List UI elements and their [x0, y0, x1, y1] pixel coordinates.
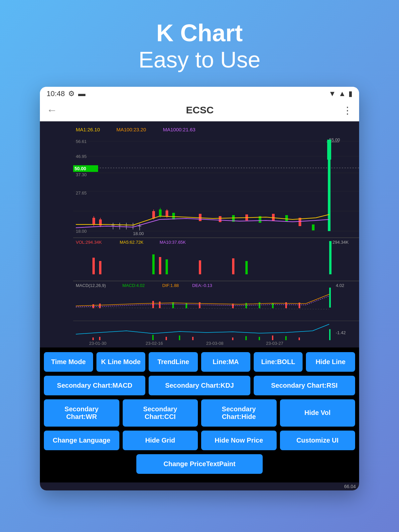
svg-text:MA5:62.72K: MA5:62.72K: [120, 240, 144, 245]
button-row-4: Change Language Hide Grid Hide Now Price…: [44, 431, 355, 450]
line-ma-button[interactable]: Line:MA: [201, 352, 250, 372]
svg-rect-21: [327, 140, 331, 160]
secondary-hide-button[interactable]: Secondary Chart:Hide: [201, 399, 277, 427]
svg-rect-92: [152, 335, 154, 340]
svg-rect-39: [285, 215, 288, 222]
k-line-mode-button[interactable]: K Line Mode: [96, 352, 146, 372]
svg-text:23-03-27: 23-03-27: [266, 341, 283, 346]
svg-text:23-03-08: 23-03-08: [206, 341, 223, 346]
svg-rect-60: [152, 254, 155, 274]
phone-frame: 10:48 ⚙ ▬ ▼ ▲ ▮ ← ECSC ⋮: [40, 87, 359, 490]
settings-icon: ⚙: [68, 89, 75, 98]
svg-rect-76: [159, 302, 161, 308]
svg-rect-62: [166, 259, 168, 274]
svg-rect-95: [192, 337, 194, 340]
svg-rect-86: [329, 288, 331, 308]
button-row-2: Secondary Chart:MACD Secondary Chart:KDJ…: [44, 376, 355, 395]
chart-area[interactable]: MA1:26.10 MA100:23.20 MA1000:21.63 56.61…: [40, 121, 359, 347]
status-left: 10:48 ⚙ ▬: [47, 89, 85, 98]
secondary-rsi-button[interactable]: Secondary Chart:RSI: [254, 376, 355, 395]
trendline-button[interactable]: TrendLine: [149, 352, 198, 372]
svg-rect-100: [285, 336, 287, 340]
svg-rect-82: [259, 302, 260, 308]
time-display: 10:48: [47, 89, 65, 98]
svg-text:MA1000:21.63: MA1000:21.63: [163, 127, 196, 132]
svg-text:23-01-30: 23-01-30: [89, 341, 106, 346]
svg-rect-101: [299, 337, 300, 340]
battery-icon: ▬: [78, 89, 85, 98]
hide-grid-button[interactable]: Hide Grid: [123, 431, 198, 450]
svg-text:4.02: 4.02: [336, 283, 344, 288]
hero-title: K Chart: [139, 20, 261, 46]
svg-text:MA10:37.65K: MA10:37.65K: [160, 240, 186, 245]
wifi-icon: ▼: [329, 89, 336, 98]
hide-vol-button[interactable]: Hide Vol: [280, 399, 355, 427]
time-mode-button[interactable]: Time Mode: [44, 352, 93, 372]
svg-rect-102: [329, 329, 331, 340]
secondary-kdj-button[interactable]: Secondary Chart:KDJ: [149, 376, 250, 395]
button-row-1: Time Mode K Line Mode TrendLine Line:MA …: [44, 352, 355, 372]
change-language-button[interactable]: Change Language: [44, 431, 119, 450]
svg-rect-66: [329, 241, 332, 274]
button-grid: Time Mode K Line Mode TrendLine Line:MA …: [40, 347, 359, 482]
svg-rect-63: [199, 260, 201, 274]
svg-rect-74: [99, 304, 101, 308]
svg-text:37.30: 37.30: [76, 172, 87, 177]
hero-subtitle: Easy to Use: [139, 46, 261, 73]
hide-now-price-button[interactable]: Hide Now Price: [201, 431, 277, 450]
svg-rect-79: [199, 302, 200, 308]
hide-line-button[interactable]: Hide Line: [306, 352, 355, 372]
secondary-cci-button[interactable]: Secondary Chart:CCI: [123, 399, 198, 427]
svg-text:46.95: 46.95: [76, 154, 87, 159]
svg-text:MACD:4.02: MACD:4.02: [122, 283, 145, 288]
svg-rect-65: [245, 261, 248, 274]
status-right: ▼ ▲ ▮: [329, 89, 352, 98]
button-row-3: Secondary Chart:WR Secondary Chart:CCI S…: [44, 399, 355, 427]
svg-text:56.61: 56.61: [76, 139, 87, 144]
svg-rect-90: [92, 337, 94, 340]
svg-rect-99: [272, 335, 273, 340]
chart-svg: MA1:26.10 MA100:23.20 MA1000:21.63 56.61…: [40, 121, 359, 347]
svg-text:294.34K: 294.34K: [332, 240, 349, 245]
change-price-text-paint-button[interactable]: Change PriceTextPaint: [136, 454, 263, 474]
svg-text:MA1:26.10: MA1:26.10: [76, 127, 100, 132]
svg-rect-91: [99, 337, 100, 340]
hero-section: K Chart Easy to Use: [139, 20, 261, 73]
svg-text:27.65: 27.65: [76, 191, 87, 196]
svg-text:50.00: 50.00: [74, 166, 86, 171]
customize-ui-button[interactable]: Customize UI: [280, 431, 355, 450]
top-nav: ← ECSC ⋮: [40, 101, 359, 121]
svg-text:VOL:294.34K: VOL:294.34K: [76, 240, 102, 245]
svg-text:DEA:-0.13: DEA:-0.13: [192, 283, 212, 288]
status-bar: 10:48 ⚙ ▬ ▼ ▲ ▮: [40, 87, 359, 101]
svg-rect-32: [172, 213, 175, 219]
svg-rect-96: [232, 337, 233, 340]
svg-rect-64: [232, 258, 234, 274]
secondary-macd-button[interactable]: Secondary Chart:MACD: [44, 376, 145, 395]
svg-rect-34: [219, 216, 221, 222]
svg-text:DIF:1.88: DIF:1.88: [162, 283, 179, 288]
svg-text:MACD(12,26,9): MACD(12,26,9): [76, 283, 106, 288]
menu-button[interactable]: ⋮: [342, 104, 352, 116]
svg-rect-78: [186, 303, 187, 308]
svg-rect-97: [245, 336, 247, 340]
svg-rect-0: [40, 121, 359, 347]
svg-text:18.00: 18.00: [76, 229, 87, 234]
svg-rect-94: [179, 335, 180, 340]
back-button[interactable]: ←: [47, 104, 57, 116]
nav-title: ECSC: [186, 104, 213, 116]
svg-text:MA100:23.20: MA100:23.20: [116, 127, 146, 132]
svg-rect-58: [92, 258, 95, 274]
svg-rect-61: [159, 257, 161, 274]
svg-rect-98: [259, 337, 260, 340]
battery-full-icon: ▮: [348, 89, 352, 98]
footer-number: 66.04: [40, 482, 359, 490]
secondary-wr-button[interactable]: Secondary Chart:WR: [44, 399, 119, 427]
svg-text:23-02-16: 23-02-16: [146, 341, 163, 346]
svg-rect-83: [272, 303, 274, 308]
svg-text:-1.42: -1.42: [336, 330, 346, 335]
line-boll-button[interactable]: Line:BOLL: [254, 352, 303, 372]
signal-icon: ▲: [338, 89, 346, 98]
svg-text:18.00: 18.00: [133, 231, 144, 236]
button-row-5: Change PriceTextPaint: [44, 454, 355, 474]
